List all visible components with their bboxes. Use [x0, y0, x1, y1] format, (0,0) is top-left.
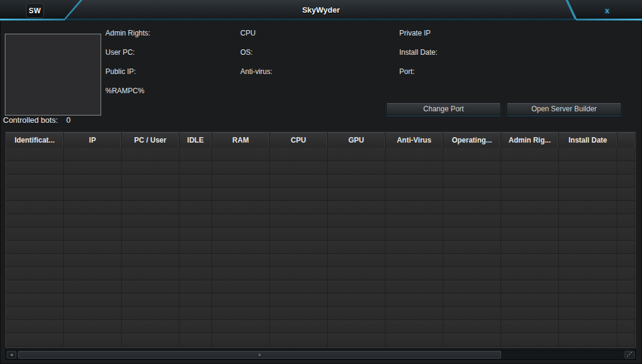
table-cell: [122, 174, 179, 188]
table-cell: [212, 161, 270, 174]
column-header-extra[interactable]: [617, 132, 635, 148]
table-cell: [328, 307, 385, 320]
table-cell: [328, 254, 385, 267]
table-cell: [501, 188, 559, 201]
horizontal-scrollbar[interactable]: ◂: [5, 350, 636, 360]
table-cell: [179, 174, 212, 188]
table-cell: [122, 267, 179, 280]
resize-grip-button[interactable]: [625, 351, 635, 359]
table-cell: [64, 161, 122, 174]
table-cell: [617, 148, 635, 161]
table-cell: [179, 294, 212, 307]
column-header-install-date[interactable]: Install Date: [559, 132, 617, 148]
table-cell: [328, 267, 385, 280]
table-cell: [559, 307, 617, 320]
column-header-pc-user[interactable]: PC / User: [122, 132, 179, 148]
table-cell: [617, 161, 635, 174]
table-cell: [179, 320, 212, 333]
table-row[interactable]: [6, 320, 635, 333]
table-cell: [385, 227, 443, 241]
table-cell: [179, 188, 212, 201]
table-cell: [270, 333, 328, 347]
table-cell: [212, 227, 270, 241]
change-port-button[interactable]: Change Port: [386, 102, 501, 115]
table-cell: [122, 201, 179, 214]
table-row[interactable]: [6, 174, 635, 188]
table-cell: [559, 148, 617, 161]
table-row[interactable]: [6, 294, 635, 307]
label-user-pc: User PC:: [105, 48, 135, 57]
table-cell: [212, 294, 270, 307]
table-cell: [64, 347, 122, 348]
column-header-anti-virus[interactable]: Anti-Virus: [385, 132, 443, 148]
table-cell: [212, 241, 270, 254]
diagonal-grip-icon: [627, 352, 632, 357]
table-cell: [179, 267, 212, 280]
table-row[interactable]: [6, 307, 635, 320]
table-row[interactable]: [6, 214, 635, 227]
table-cell: [6, 201, 64, 214]
column-header-admin-rig[interactable]: Admin Rig...: [501, 132, 559, 148]
table-cell: [6, 241, 64, 254]
table-cell: [328, 188, 385, 201]
table-cell: [328, 174, 385, 188]
column-header-gpu[interactable]: GPU: [328, 132, 385, 148]
table-row[interactable]: [6, 148, 635, 161]
table-cell: [443, 201, 501, 214]
table-cell: [212, 174, 270, 188]
table-cell: [328, 280, 385, 294]
table-cell: [385, 254, 443, 267]
table-cell: [617, 214, 635, 227]
table-row[interactable]: [6, 254, 635, 267]
label-private-ip: Private IP: [399, 29, 431, 37]
label-admin-rights: Admin Rights:: [105, 29, 151, 37]
left-accent-glow: [0, 19, 65, 20]
table-cell: [617, 267, 635, 280]
column-header-identificat[interactable]: Identificat...: [6, 132, 64, 148]
table-cell: [385, 201, 443, 214]
table-cell: [443, 148, 501, 161]
table-cell: [270, 347, 328, 348]
table-cell: [501, 307, 559, 320]
right-accent-glow: [576, 19, 642, 20]
table-row[interactable]: [6, 227, 635, 241]
open-server-builder-button[interactable]: Open Server Builder: [506, 102, 622, 115]
scroll-left-button[interactable]: ◂: [7, 351, 16, 359]
table-cell: [179, 307, 212, 320]
table-cell: [64, 148, 122, 161]
column-header-cpu[interactable]: CPU: [270, 132, 328, 148]
table-cell: [385, 320, 443, 333]
table-cell: [6, 333, 64, 347]
table-cell: [501, 320, 559, 333]
table-cell: [443, 280, 501, 294]
column-header-ip[interactable]: IP: [64, 132, 122, 148]
bot-preview-box: [5, 34, 101, 116]
table-row[interactable]: [6, 280, 635, 294]
table-cell: [328, 214, 385, 227]
table-cell: [270, 254, 328, 267]
table-row[interactable]: [6, 333, 635, 347]
table-cell: [270, 320, 328, 333]
table-row[interactable]: [6, 188, 635, 201]
table-cell: [122, 241, 179, 254]
column-header-ram[interactable]: RAM: [212, 132, 270, 148]
table-cell: [179, 148, 212, 161]
column-header-idle[interactable]: IDLE: [179, 132, 212, 148]
table-cell: [617, 174, 635, 188]
table-cell: [443, 174, 501, 188]
table-row[interactable]: [6, 161, 635, 174]
table-row[interactable]: [6, 347, 635, 348]
table-row[interactable]: [6, 267, 635, 280]
table-cell: [443, 214, 501, 227]
close-button[interactable]: x: [599, 4, 616, 16]
table-cell: [328, 320, 385, 333]
scrollbar-thumb[interactable]: [18, 351, 501, 359]
table-row[interactable]: [6, 241, 635, 254]
table-row[interactable]: [6, 201, 635, 214]
label-cpu: CPU: [240, 29, 255, 37]
table-cell: [443, 188, 501, 201]
column-header-operating[interactable]: Operating...: [443, 132, 501, 148]
table-cell: [64, 294, 122, 307]
table-cell: [328, 333, 385, 347]
table-cell: [212, 347, 270, 348]
